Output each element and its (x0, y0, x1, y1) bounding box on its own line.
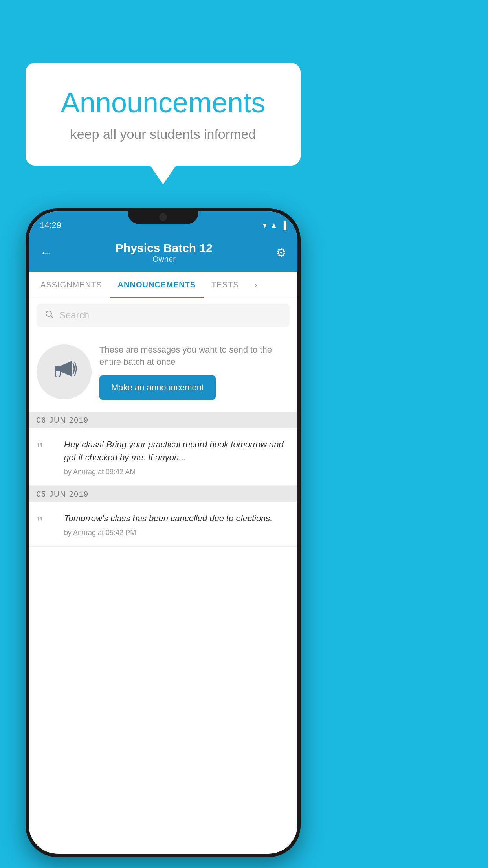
speech-bubble: Announcements keep all your students inf… (26, 63, 301, 166)
header-title: Physics Batch 12 (116, 241, 213, 255)
app-header: ← Physics Batch 12 Owner ⚙ (29, 235, 297, 272)
announcement-cta-section: These are messages you want to send to t… (29, 332, 297, 412)
tab-tests[interactable]: TESTS (204, 272, 246, 298)
header-subtitle: Owner (116, 255, 213, 264)
announcement-item-1[interactable]: " Hey class! Bring your practical record… (29, 428, 297, 486)
announcement-text-2: Tomorrow's class has been cancelled due … (64, 512, 290, 525)
svg-line-1 (51, 316, 53, 318)
speech-bubble-subtitle: keep all your students informed (45, 127, 281, 142)
tab-announcements[interactable]: ANNOUNCEMENTS (110, 272, 204, 298)
quote-mark-1: " (37, 439, 43, 457)
battery-icon: ▐ (281, 221, 286, 230)
tabs-bar: ASSIGNMENTS ANNOUNCEMENTS TESTS › (29, 272, 297, 298)
announcement-author-1: by Anurag at 09:42 AM (64, 468, 290, 476)
quote-icon-container-2: " (37, 512, 56, 530)
quote-icon-container-1: " (37, 438, 56, 456)
phone-frame: 14:29 ▾ ▲ ▐ ← Physics Batch 12 Owner ⚙ A… (26, 208, 301, 857)
date-separator-1: 06 JUN 2019 (29, 412, 297, 428)
announcement-content-2: Tomorrow's class has been cancelled due … (64, 512, 290, 537)
phone-screen: 14:29 ▾ ▲ ▐ ← Physics Batch 12 Owner ⚙ A… (29, 211, 297, 854)
search-placeholder: Search (59, 310, 89, 321)
phone-camera (159, 213, 167, 221)
search-container: Search (29, 298, 297, 332)
svg-rect-2 (55, 366, 60, 371)
announcement-content-1: Hey class! Bring your practical record b… (64, 438, 290, 476)
date-separator-2: 05 JUN 2019 (29, 486, 297, 502)
signal-icon: ▲ (270, 221, 278, 230)
status-time: 14:29 (40, 220, 61, 230)
phone-container: 14:29 ▾ ▲ ▐ ← Physics Batch 12 Owner ⚙ A… (26, 208, 301, 857)
cta-description: These are messages you want to send to t… (99, 344, 290, 368)
header-center: Physics Batch 12 Owner (116, 241, 213, 264)
speech-bubble-container: Announcements keep all your students inf… (26, 63, 301, 166)
make-announcement-button[interactable]: Make an announcement (99, 375, 216, 400)
date-label-1: 06 JUN 2019 (37, 416, 89, 424)
settings-icon[interactable]: ⚙ (276, 246, 286, 259)
back-button[interactable]: ← (40, 245, 52, 260)
speech-bubble-title: Announcements (45, 86, 281, 119)
search-bar[interactable]: Search (37, 304, 290, 327)
announcement-item-2[interactable]: " Tomorrow's class has been cancelled du… (29, 502, 297, 547)
tab-assignments[interactable]: ASSIGNMENTS (33, 272, 110, 298)
cta-right: These are messages you want to send to t… (99, 344, 290, 400)
megaphone-circle (37, 344, 92, 399)
phone-notch (128, 208, 198, 224)
tab-more[interactable]: › (247, 272, 266, 298)
wifi-icon: ▾ (263, 221, 267, 230)
quote-mark-2: " (37, 513, 43, 531)
announcement-text-1: Hey class! Bring your practical record b… (64, 438, 290, 464)
date-label-2: 05 JUN 2019 (37, 490, 89, 498)
search-icon (44, 309, 54, 321)
status-icons: ▾ ▲ ▐ (263, 221, 286, 230)
announcement-author-2: by Anurag at 05:42 PM (64, 529, 290, 537)
megaphone-icon (50, 355, 78, 388)
